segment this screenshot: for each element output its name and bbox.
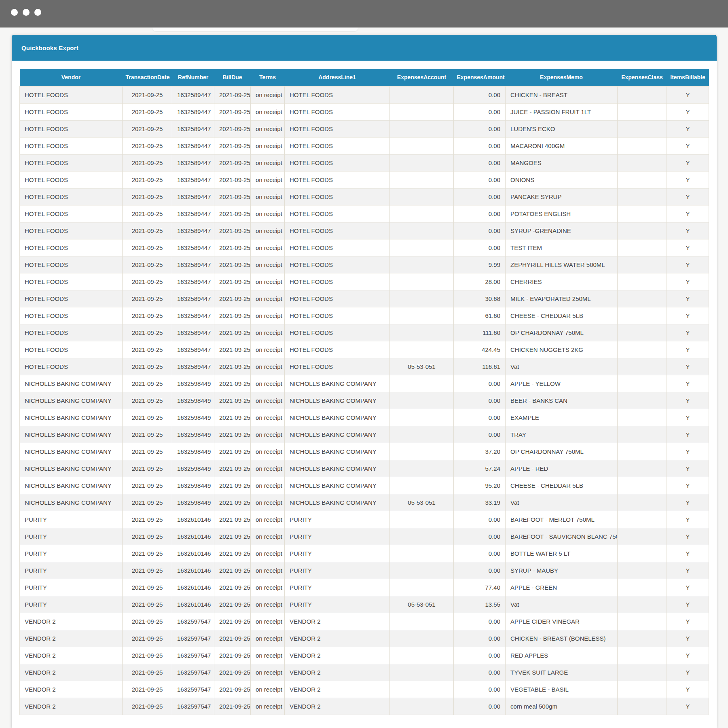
table-row: NICHOLLS BAKING COMPANY2021-09-251632598…	[20, 443, 709, 460]
cell-bill-due: 2021-09-25	[214, 698, 251, 715]
cell-bill-due: 2021-09-25	[214, 664, 251, 681]
cell-vendor: HOTEL FOODS	[20, 205, 123, 222]
table-row: HOTEL FOODS2021-09-2516325894472021-09-2…	[20, 188, 709, 205]
cell-expenses-class	[618, 290, 667, 307]
cell-terms: on receipt	[251, 698, 285, 715]
cell-ref-number: 1632589447	[172, 171, 214, 188]
table-row: PURITY2021-09-2516326101462021-09-25on r…	[20, 511, 709, 528]
cell-bill-due: 2021-09-25	[214, 103, 251, 120]
cell-bill-due: 2021-09-25	[214, 171, 251, 188]
cell-transaction-date: 2021-09-25	[123, 613, 172, 630]
cell-items-billable: Y	[667, 120, 709, 137]
cell-bill-due: 2021-09-25	[214, 341, 251, 358]
cell-address-line1: VENDOR 2	[285, 681, 390, 698]
cell-expenses-class	[618, 579, 667, 596]
cell-vendor: NICHOLLS BAKING COMPANY	[20, 409, 123, 426]
table-row: HOTEL FOODS2021-09-2516325894472021-09-2…	[20, 290, 709, 307]
table-row: HOTEL FOODS2021-09-2516325894472021-09-2…	[20, 154, 709, 171]
cell-vendor: HOTEL FOODS	[20, 239, 123, 256]
cell-expenses-amount: 0.00	[454, 103, 506, 120]
cell-terms: on receipt	[251, 460, 285, 477]
cell-items-billable: Y	[667, 630, 709, 647]
table-row: HOTEL FOODS2021-09-2516325894472021-09-2…	[20, 324, 709, 341]
cell-expenses-account	[390, 511, 454, 528]
cell-ref-number: 1632597547	[172, 613, 214, 630]
cell-terms: on receipt	[251, 256, 285, 273]
cell-expenses-account	[390, 545, 454, 562]
cell-terms: on receipt	[251, 103, 285, 120]
cell-expenses-memo: PANCAKE SYRUP	[506, 188, 618, 205]
cell-vendor: VENDOR 2	[20, 613, 123, 630]
cell-expenses-class	[618, 324, 667, 341]
cell-items-billable: Y	[667, 341, 709, 358]
cell-address-line1: HOTEL FOODS	[285, 307, 390, 324]
cell-expenses-memo: TYVEK SUIT LARGE	[506, 664, 618, 681]
column-header-bill-due: BillDue	[214, 69, 251, 86]
window-dot-icon[interactable]	[34, 9, 41, 16]
cell-expenses-account	[390, 630, 454, 647]
cell-vendor: NICHOLLS BAKING COMPANY	[20, 477, 123, 494]
cell-terms: on receipt	[251, 528, 285, 545]
cell-expenses-memo: CHEESE - CHEDDAR 5LB	[506, 307, 618, 324]
cell-bill-due: 2021-09-25	[214, 324, 251, 341]
cell-vendor: HOTEL FOODS	[20, 358, 123, 375]
window-dot-icon[interactable]	[23, 9, 30, 16]
cell-terms: on receipt	[251, 137, 285, 154]
table-row: HOTEL FOODS2021-09-2516325894472021-09-2…	[20, 239, 709, 256]
cell-expenses-amount: 0.00	[454, 613, 506, 630]
cell-terms: on receipt	[251, 494, 285, 511]
cell-vendor: NICHOLLS BAKING COMPANY	[20, 426, 123, 443]
cell-vendor: HOTEL FOODS	[20, 154, 123, 171]
cell-expenses-account	[390, 137, 454, 154]
cell-expenses-amount: 57.24	[454, 460, 506, 477]
cell-expenses-account	[390, 562, 454, 579]
cell-expenses-class	[618, 392, 667, 409]
table-row: HOTEL FOODS2021-09-2516325894472021-09-2…	[20, 341, 709, 358]
cell-items-billable: Y	[667, 188, 709, 205]
cell-expenses-amount: 61.60	[454, 307, 506, 324]
cell-bill-due: 2021-09-25	[214, 460, 251, 477]
cell-expenses-account	[390, 613, 454, 630]
table-row: HOTEL FOODS2021-09-2516325894472021-09-2…	[20, 358, 709, 375]
cell-bill-due: 2021-09-25	[214, 375, 251, 392]
window-dot-icon[interactable]	[11, 9, 18, 16]
cell-expenses-amount: 9.99	[454, 256, 506, 273]
cell-vendor: HOTEL FOODS	[20, 307, 123, 324]
cell-items-billable: Y	[667, 443, 709, 460]
cell-transaction-date: 2021-09-25	[123, 562, 172, 579]
cell-expenses-class	[618, 205, 667, 222]
cell-expenses-amount: 0.00	[454, 698, 506, 715]
cell-expenses-memo: ZEPHYRILL HILLS WATER 500ML	[506, 256, 618, 273]
cell-bill-due: 2021-09-25	[214, 681, 251, 698]
cell-bill-due: 2021-09-25	[214, 154, 251, 171]
cell-expenses-amount: 111.60	[454, 324, 506, 341]
cell-terms: on receipt	[251, 426, 285, 443]
cell-ref-number: 1632610146	[172, 562, 214, 579]
cell-expenses-class	[618, 613, 667, 630]
cell-expenses-class	[618, 477, 667, 494]
cell-ref-number: 1632598449	[172, 494, 214, 511]
cell-expenses-class	[618, 86, 667, 103]
cell-expenses-memo: MACARONI 400GM	[506, 137, 618, 154]
cell-transaction-date: 2021-09-25	[123, 579, 172, 596]
table-row: HOTEL FOODS2021-09-2516325894472021-09-2…	[20, 307, 709, 324]
cell-expenses-class	[618, 698, 667, 715]
cell-address-line1: PURITY	[285, 528, 390, 545]
cell-address-line1: VENDOR 2	[285, 664, 390, 681]
cell-vendor: VENDOR 2	[20, 664, 123, 681]
table-row: PURITY2021-09-2516326101462021-09-25on r…	[20, 528, 709, 545]
cell-expenses-memo: Vat	[506, 596, 618, 613]
cell-terms: on receipt	[251, 171, 285, 188]
cell-expenses-class	[618, 103, 667, 120]
table-row: PURITY2021-09-2516326101462021-09-25on r…	[20, 562, 709, 579]
cell-transaction-date: 2021-09-25	[123, 664, 172, 681]
cell-transaction-date: 2021-09-25	[123, 511, 172, 528]
cell-expenses-memo: corn meal 500gm	[506, 698, 618, 715]
cell-expenses-class	[618, 545, 667, 562]
cell-items-billable: Y	[667, 290, 709, 307]
cell-transaction-date: 2021-09-25	[123, 375, 172, 392]
cell-ref-number: 1632598449	[172, 409, 214, 426]
cell-expenses-memo: Vat	[506, 494, 618, 511]
cell-terms: on receipt	[251, 290, 285, 307]
cell-expenses-memo: APPLE - GREEN	[506, 579, 618, 596]
